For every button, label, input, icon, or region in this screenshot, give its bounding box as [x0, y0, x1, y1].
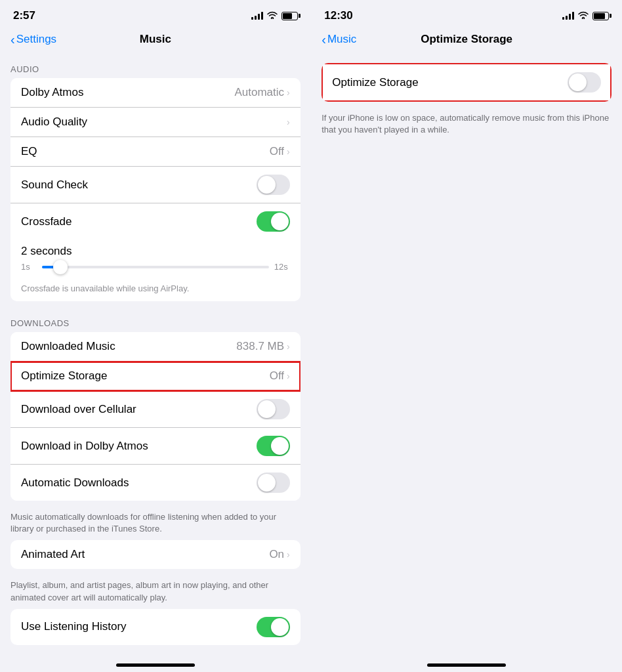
slider-track-row: 1s 12s	[21, 262, 290, 272]
downloads-group: Downloaded Music 838.7 MB › Optimize Sto…	[10, 332, 301, 501]
page-title-left: Music	[140, 33, 171, 46]
optimize-storage-detail-desc: If your iPhone is low on space, automati…	[311, 107, 622, 141]
page-title-right: Optimize Storage	[421, 33, 512, 46]
home-bar-left	[116, 663, 195, 667]
animated-art-right: On ›	[269, 548, 289, 561]
dolby-atmos-value: Automatic	[234, 86, 284, 99]
wifi-icon	[267, 11, 278, 21]
crossfade-row[interactable]: Crossfade	[10, 203, 301, 240]
status-bar-left: 2:57	[0, 0, 311, 28]
back-button-right[interactable]: ‹ Music	[321, 32, 356, 47]
status-icons-left	[251, 11, 298, 21]
use-listening-history-row[interactable]: Use Listening History	[10, 609, 301, 645]
slider-min-label: 1s	[21, 262, 37, 272]
wifi-icon-right	[578, 11, 589, 21]
crossfade-value-label: 2 seconds	[21, 245, 290, 258]
download-over-cellular-label: Download over Cellular	[21, 403, 136, 416]
sound-check-toggle-knob	[258, 176, 276, 194]
sound-check-label: Sound Check	[21, 178, 88, 192]
crossfade-hint: Crossfade is unavailable while using Air…	[10, 280, 301, 301]
audio-section-header: AUDIO	[0, 52, 311, 78]
downloaded-music-label: Downloaded Music	[21, 340, 115, 353]
audio-quality-chevron: ›	[287, 117, 290, 127]
battery-icon-right	[592, 12, 609, 20]
signal-icon	[251, 12, 263, 20]
download-dolby-toggle[interactable]	[257, 436, 290, 456]
audio-quality-label: Audio Quality	[21, 116, 87, 129]
listening-history-group: Use Listening History	[10, 609, 301, 645]
automatic-downloads-row[interactable]: Automatic Downloads	[10, 465, 301, 501]
signal-icon-right	[562, 12, 574, 20]
optimize-storage-label: Optimize Storage	[21, 369, 107, 383]
audio-quality-row[interactable]: Audio Quality ›	[10, 108, 301, 137]
crossfade-slider-container: 2 seconds 1s 12s	[10, 240, 301, 280]
slider-thumb[interactable]	[53, 260, 68, 274]
back-label-right: Music	[327, 33, 356, 46]
dolby-atmos-chevron: ›	[287, 87, 290, 98]
crossfade-toggle-knob	[271, 213, 289, 230]
eq-right: Off ›	[270, 145, 290, 158]
downloaded-music-row[interactable]: Downloaded Music 838.7 MB ›	[10, 332, 301, 362]
eq-value: Off	[270, 145, 284, 158]
back-button-left[interactable]: ‹ Settings	[10, 32, 56, 47]
audio-quality-right: ›	[287, 117, 290, 127]
time-left: 2:57	[13, 9, 35, 22]
downloaded-music-value: 838.7 MB	[236, 340, 284, 353]
downloaded-music-chevron: ›	[287, 341, 290, 352]
crossfade-toggle[interactable]	[257, 211, 290, 232]
animated-art-row[interactable]: Animated Art On ›	[10, 540, 301, 569]
optimize-storage-detail-toggle[interactable]	[568, 72, 601, 93]
use-listening-history-toggle[interactable]	[257, 617, 290, 637]
chevron-left-icon-right: ‹	[321, 32, 326, 47]
download-dolby-label: Download in Dolby Atmos	[21, 440, 148, 453]
dolby-atmos-row[interactable]: Dolby Atmos Automatic ›	[10, 78, 301, 108]
animated-art-chevron: ›	[287, 549, 290, 560]
optimize-storage-detail-label: Optimize Storage	[332, 76, 418, 89]
home-indicator-left	[0, 650, 311, 672]
download-dolby-knob	[271, 437, 289, 455]
use-listening-history-label: Use Listening History	[21, 620, 127, 633]
home-bar-right	[427, 663, 506, 667]
sound-check-toggle[interactable]	[257, 175, 290, 195]
download-over-cellular-knob	[258, 400, 276, 418]
crossfade-label: Crossfade	[21, 215, 72, 228]
settings-scroll-left: AUDIO Dolby Atmos Automatic › Audio Qual…	[0, 52, 311, 650]
use-listening-history-knob	[271, 618, 289, 636]
crossfade-slider[interactable]	[42, 266, 269, 268]
optimize-storage-right: Off ›	[270, 369, 290, 383]
time-right: 12:30	[324, 9, 352, 22]
optimize-storage-detail-knob	[569, 74, 587, 91]
status-icons-right	[562, 11, 609, 21]
audio-group: Dolby Atmos Automatic › Audio Quality › …	[10, 78, 301, 301]
sound-check-row[interactable]: Sound Check	[10, 167, 301, 203]
downloaded-music-right: 838.7 MB ›	[236, 340, 289, 353]
animated-art-desc: Playlist, album, and artist pages, album…	[0, 574, 311, 608]
back-label-left: Settings	[16, 33, 56, 46]
animated-art-group: Animated Art On ›	[10, 540, 301, 569]
animated-art-label: Animated Art	[21, 548, 85, 561]
automatic-downloads-label: Automatic Downloads	[21, 476, 129, 490]
home-indicator-right	[311, 650, 622, 672]
optimize-storage-content: Optimize Storage If your iPhone is low o…	[311, 52, 622, 650]
nav-bar-right: ‹ Music Optimize Storage	[311, 28, 622, 52]
dolby-atmos-label: Dolby Atmos	[21, 86, 83, 99]
optimize-storage-row[interactable]: Optimize Storage Off ›	[10, 362, 301, 391]
automatic-downloads-toggle[interactable]	[257, 472, 290, 493]
download-over-cellular-toggle[interactable]	[257, 399, 290, 419]
download-over-cellular-row[interactable]: Download over Cellular	[10, 391, 301, 428]
automatic-downloads-knob	[258, 474, 276, 492]
optimize-storage-chevron: ›	[287, 371, 290, 381]
download-dolby-row[interactable]: Download in Dolby Atmos	[10, 428, 301, 465]
nav-bar-left: ‹ Settings Music	[0, 28, 311, 52]
eq-chevron: ›	[287, 146, 290, 157]
optimize-storage-detail-row[interactable]: Optimize Storage	[321, 63, 612, 102]
optimize-storage-value: Off	[270, 369, 284, 383]
status-bar-right: 12:30	[311, 0, 622, 28]
chevron-left-icon: ‹	[10, 32, 15, 47]
battery-icon	[281, 12, 298, 20]
animated-art-value: On	[269, 548, 284, 561]
right-panel: 12:30 ‹ Music Optimize Storage	[311, 0, 622, 672]
auto-downloads-desc: Music automatically downloads for offlin…	[0, 506, 311, 540]
eq-row[interactable]: EQ Off ›	[10, 137, 301, 167]
dolby-atmos-right: Automatic ›	[234, 86, 289, 99]
